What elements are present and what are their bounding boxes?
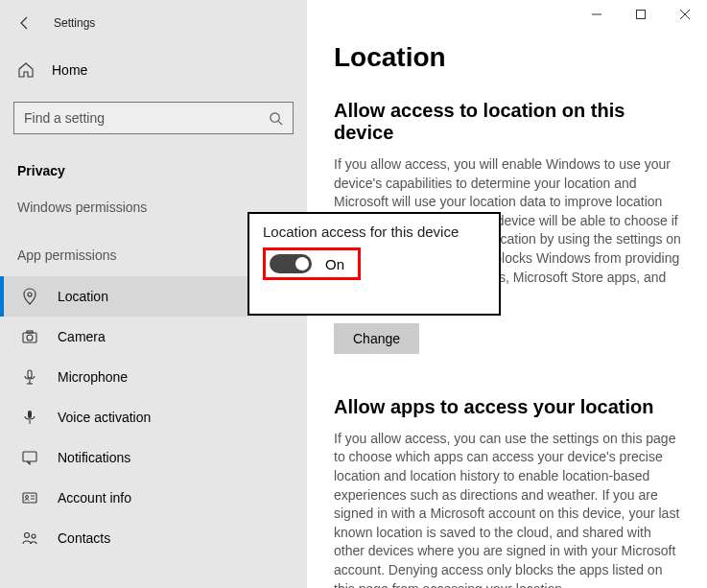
sidebar-item-voice-activation[interactable]: Voice activation [0,397,307,437]
sidebar-item-account-info[interactable]: Account info [0,478,307,518]
microphone-icon [21,368,38,386]
search-icon [269,111,283,126]
sidebar-item-label: Notifications [58,450,130,465]
titlebar: Settings [0,8,307,38]
sidebar-item-notifications[interactable]: Notifications [0,437,307,478]
svg-point-0 [271,112,279,121]
app-title: Settings [54,16,95,30]
contacts-icon [21,529,38,547]
svg-rect-6 [28,370,32,378]
sidebar-heading-privacy[interactable]: Privacy [13,159,294,182]
svg-rect-19 [637,11,646,19]
sidebar-item-camera[interactable]: Camera [0,317,307,357]
home-icon [17,61,35,79]
maximize-button[interactable] [619,0,663,29]
svg-point-16 [25,533,30,538]
notifications-icon [21,449,38,466]
sidebar-item-home[interactable]: Home [13,56,294,84]
back-icon[interactable] [17,15,33,31]
account-info-icon [21,489,38,506]
svg-point-13 [26,496,29,499]
toggle-highlight: On [263,247,361,280]
toggle-state-label: On [325,256,344,272]
section-title-app-access: Allow apps to access your location [334,396,684,418]
nav-list: Location Camera Microphone [0,276,307,558]
section-body-app-access: If you allow access, you can use the set… [334,430,684,588]
svg-point-17 [32,534,35,538]
svg-rect-11 [23,452,36,461]
svg-point-4 [27,335,33,341]
svg-point-2 [28,293,32,296]
svg-rect-12 [23,493,36,503]
sidebar-item-label: Voice activation [58,410,151,425]
toggle-knob-icon [295,257,309,270]
home-label: Home [52,62,87,78]
svg-rect-9 [28,411,32,418]
search-box[interactable] [13,102,294,134]
change-button[interactable]: Change [334,323,419,354]
flyout-title: Location access for this device [263,223,485,240]
sidebar-item-label: Contacts [58,530,110,546]
minimize-button[interactable] [575,0,619,29]
section-title-device-access: Allow access to location on this device [334,100,684,144]
location-access-toggle[interactable] [270,254,312,273]
location-icon [21,288,38,305]
sidebar-item-contacts[interactable]: Contacts [0,518,307,558]
search-input[interactable] [24,110,269,126]
sidebar-item-label: Location [58,289,108,304]
camera-icon [21,328,38,345]
sidebar-item-microphone[interactable]: Microphone [0,357,307,397]
window-controls [575,0,707,29]
sidebar-item-label: Camera [58,329,106,344]
sidebar-item-label: Account info [58,490,131,506]
svg-line-1 [278,121,282,125]
page-title: Location [334,42,684,73]
svg-rect-5 [27,331,33,333]
close-button[interactable] [663,0,707,29]
location-access-flyout: Location access for this device On [247,212,501,316]
sidebar-item-label: Microphone [58,369,128,385]
voice-activation-icon [21,409,38,426]
